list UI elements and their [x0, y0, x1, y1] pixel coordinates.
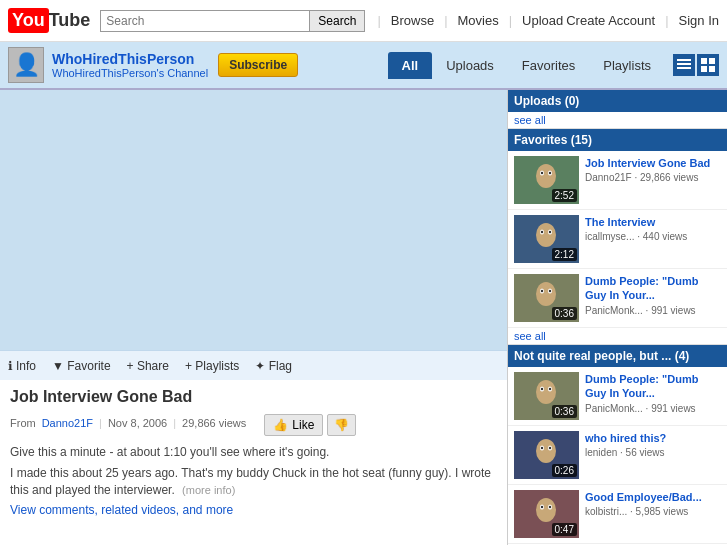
search-button[interactable]: Search — [310, 10, 365, 32]
video-item-author: leniden · 56 views — [585, 447, 721, 458]
uploads-header: Uploads (0) — [508, 90, 727, 112]
svg-point-36 — [549, 447, 551, 449]
action-info[interactable]: ℹ Info — [8, 359, 36, 373]
channel-name-link[interactable]: WhoHiredThisPerson — [52, 51, 208, 67]
list-item[interactable]: 2:12 The Interview icallmyse... · 440 vi… — [508, 210, 727, 269]
svg-point-32 — [536, 439, 556, 463]
svg-point-11 — [541, 172, 543, 174]
favorites-header: Favorites (15) — [508, 129, 727, 151]
playlists-label: + Playlists — [185, 359, 239, 373]
list-item[interactable]: 0:26 who hired this? leniden · 56 views — [508, 426, 727, 485]
video-duration: 0:26 — [552, 464, 577, 477]
uploads-see-all[interactable]: see all — [508, 112, 727, 128]
tab-all[interactable]: All — [388, 52, 433, 79]
thumbnail-wrap: 0:36 — [514, 372, 579, 420]
from-label: From — [10, 417, 36, 429]
info-icon: ℹ — [8, 359, 13, 373]
tab-uploads[interactable]: Uploads — [432, 52, 508, 79]
list-item[interactable]: 0:47 Good Employee/Bad... kolbistri... ·… — [508, 485, 727, 544]
svg-point-20 — [536, 282, 556, 306]
video-item-title: Dumb People: "Dumb Guy In Your... — [585, 372, 721, 401]
nav-sep2: | — [509, 13, 512, 28]
nav-movies[interactable]: Movies — [458, 13, 499, 28]
favorites-list: 2:52 Job Interview Gone Bad Danno21F · 2… — [508, 151, 727, 328]
like-button[interactable]: 👍 Like — [264, 414, 323, 436]
action-playlists[interactable]: + Playlists — [185, 359, 239, 373]
list-item[interactable]: 0:36 Dumb People: "Dumb Guy In Your... P… — [508, 367, 727, 426]
channel-sub-link[interactable]: WhoHiredThisPerson's Channel — [52, 67, 208, 79]
svg-point-41 — [541, 506, 543, 508]
thumbnail-wrap: 2:12 — [514, 215, 579, 263]
thumbnail-wrap: 0:47 — [514, 490, 579, 538]
video-player[interactable] — [0, 90, 507, 350]
flag-label: ✦ Flag — [255, 359, 292, 373]
desc-line-2: I made this about 25 years ago. That's m… — [10, 465, 497, 499]
avatar-icon: 👤 — [13, 52, 40, 78]
sep2: | — [173, 417, 176, 429]
svg-point-12 — [549, 172, 551, 174]
left-panel: ℹ Info ▼ Favorite + Share + Playlists ✦ … — [0, 90, 507, 545]
nav-upload[interactable]: Upload — [522, 13, 563, 28]
svg-rect-3 — [701, 58, 707, 64]
video-item-author: Danno21F · 29,866 views — [585, 172, 721, 183]
favorite-label: ▼ Favorite — [52, 359, 111, 373]
view-toggles — [673, 54, 719, 76]
action-share[interactable]: + Share — [127, 359, 169, 373]
svg-rect-2 — [677, 67, 691, 69]
video-duration: 0:36 — [552, 405, 577, 418]
list-view-toggle[interactable] — [673, 54, 695, 76]
subscribe-button[interactable]: Subscribe — [218, 53, 298, 77]
video-item-title: Good Employee/Bad... — [585, 490, 721, 504]
tab-bar: All Uploads Favorites Playlists — [388, 52, 719, 79]
like-label: Like — [292, 418, 314, 432]
video-description: Give this a minute - at about 1:10 you'l… — [10, 444, 497, 519]
video-meta-right: The Interview icallmyse... · 440 views — [585, 215, 721, 263]
video-item-title: Job Interview Gone Bad — [585, 156, 721, 170]
thumbs-up-icon: 👍 — [273, 418, 288, 432]
right-panel: Uploads (0) see all Favorites (15) 2:52 … — [507, 90, 727, 545]
dislike-button[interactable]: 👎 — [327, 414, 356, 436]
channel-bar: 👤 WhoHiredThisPerson WhoHiredThisPerson'… — [0, 42, 727, 90]
thumbs-down-icon: 👎 — [334, 418, 349, 432]
video-meta-right: Dumb People: "Dumb Guy In Your... PanicM… — [585, 274, 721, 322]
video-item-title: The Interview — [585, 215, 721, 229]
svg-point-38 — [536, 498, 556, 522]
action-flag[interactable]: ✦ Flag — [255, 359, 292, 373]
share-label: + Share — [127, 359, 169, 373]
nav-sep1: | — [444, 13, 447, 28]
video-meta: From Danno21F | Nov 8, 2006 | 29,866 vie… — [10, 410, 497, 436]
search-input[interactable] — [100, 10, 310, 32]
favorites-see-all[interactable]: see all — [508, 328, 727, 344]
desc-text: I made this about 25 years ago. That's m… — [10, 466, 491, 497]
grid-view-toggle[interactable] — [697, 54, 719, 76]
video-author[interactable]: Danno21F — [42, 417, 93, 429]
svg-point-30 — [549, 388, 551, 390]
sign-in-link[interactable]: Sign In — [679, 13, 719, 28]
svg-point-14 — [536, 223, 556, 247]
video-item-author: kolbistri... · 5,985 views — [585, 506, 721, 517]
desc-line-1: Give this a minute - at about 1:10 you'l… — [10, 444, 497, 461]
tab-favorites[interactable]: Favorites — [508, 52, 589, 79]
svg-point-23 — [541, 290, 543, 292]
tab-playlists[interactable]: Playlists — [589, 52, 665, 79]
not-real-list: 0:36 Dumb People: "Dumb Guy In Your... P… — [508, 367, 727, 544]
header: YouTube Search | Browse | Movies | Uploa… — [0, 0, 727, 42]
svg-rect-4 — [709, 58, 715, 64]
nav-browse[interactable]: Browse — [391, 13, 434, 28]
svg-point-35 — [541, 447, 543, 449]
not-real-header: Not quite real people, but ... (4) — [508, 345, 727, 367]
more-info[interactable]: (more info) — [182, 484, 235, 496]
video-meta-right: Job Interview Gone Bad Danno21F · 29,866… — [585, 156, 721, 204]
list-item[interactable]: 0:36 Dumb People: "Dumb Guy In Your... P… — [508, 269, 727, 328]
action-favorite[interactable]: ▼ Favorite — [52, 359, 111, 373]
thumbnail-wrap: 0:26 — [514, 431, 579, 479]
info-label: Info — [16, 359, 36, 373]
video-item-author: icallmyse... · 440 views — [585, 231, 721, 242]
nav-separator: | — [377, 13, 380, 28]
view-comments-link[interactable]: View comments, related videos, and more — [10, 502, 497, 519]
video-item-title: Dumb People: "Dumb Guy In Your... — [585, 274, 721, 303]
account-links: Create Account | Sign In — [566, 13, 719, 28]
video-item-author: PanicMonk... · 991 views — [585, 305, 721, 316]
list-item[interactable]: 2:52 Job Interview Gone Bad Danno21F · 2… — [508, 151, 727, 210]
create-account-link[interactable]: Create Account — [566, 13, 655, 28]
